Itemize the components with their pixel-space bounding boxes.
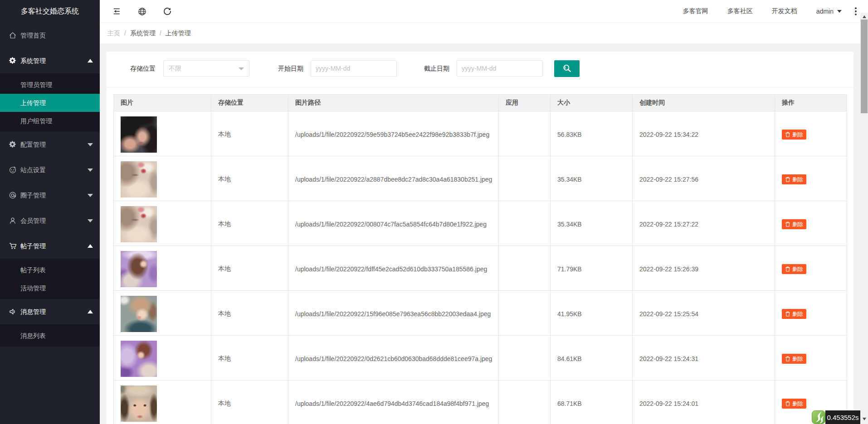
scrollbar-thumb[interactable] (861, 19, 868, 113)
more-menu-button[interactable] (851, 0, 860, 23)
gear-icon (9, 57, 16, 64)
refresh-icon (163, 7, 171, 15)
sidebar-item-2[interactable]: 配置管理 (0, 132, 100, 157)
cell-app (499, 156, 551, 201)
sidebar-subitem-label: 管理员管理 (20, 76, 52, 94)
sidebar-nav: 管理首页系统管理管理员管理上传管理用户组管理配置管理站点设置圈子管理会员管理帖子… (0, 23, 100, 347)
trash-icon (785, 266, 790, 272)
sidebar-item-label: 配置管理 (20, 132, 46, 157)
sidebar-item-label: 帖子管理 (20, 233, 46, 259)
col-header-path: 图片路径 (288, 95, 499, 111)
globe-button[interactable] (133, 0, 151, 23)
scrollbar-down-arrow[interactable] (860, 415, 868, 423)
storage-location-value: 不限 (169, 61, 181, 76)
cell-image (114, 201, 211, 246)
header-link-community[interactable]: 多客社区 (727, 7, 753, 15)
breadcrumb-system[interactable]: 系统管理 (130, 29, 156, 37)
sidebar-subitem-label: 上传管理 (20, 94, 46, 112)
sidebar-item-6[interactable]: 帖子管理 (0, 233, 100, 259)
cell-size: 56.83KB (551, 111, 633, 156)
breadcrumb-separator: / (160, 29, 161, 37)
refresh-button[interactable] (158, 0, 176, 23)
chevron-down-icon (88, 219, 93, 222)
cell-storage: 本地 (211, 246, 288, 291)
chevron-down-icon (88, 194, 93, 197)
cell-app (499, 381, 551, 424)
sidebar-item-5[interactable]: 会员管理 (0, 208, 100, 233)
end-date-input[interactable] (457, 60, 543, 77)
delete-button[interactable]: 删除 (782, 264, 806, 274)
select-caret-icon (239, 67, 244, 70)
sidebar-subitem-1-1[interactable]: 上传管理 (0, 94, 100, 112)
header-link-dev-docs[interactable]: 开发文档 (772, 7, 797, 15)
table-row: 本地/uploads/1/file/20220922/0d2621cb60d06… (114, 336, 847, 381)
sidebar-subitem-7-0[interactable]: 消息列表 (0, 327, 100, 345)
table-container: 图片 存储位置 图片路径 应用 大小 创建时间 操作 本地/uploads/1/… (107, 87, 853, 424)
thinkphp-logo-icon[interactable] (812, 410, 825, 424)
search-button[interactable] (554, 60, 580, 77)
col-header-image: 图片 (114, 95, 211, 111)
upload-thumbnail[interactable] (121, 296, 157, 332)
chevron-up-icon (88, 244, 93, 248)
cell-app (499, 291, 551, 336)
trash-icon (785, 311, 790, 317)
table-row: 本地/uploads/1/file/20220922/15f96e085e796… (114, 291, 847, 336)
upload-thumbnail[interactable] (121, 116, 157, 153)
header-link-official-site[interactable]: 多客官网 (683, 7, 708, 15)
trash-icon (785, 177, 790, 182)
col-header-size: 大小 (551, 95, 633, 111)
delete-button[interactable]: 删除 (782, 219, 806, 229)
cell-created: 2022-09-22 15:25:54 (633, 291, 775, 336)
sidebar-subitem-label: 消息列表 (20, 327, 46, 345)
upload-thumbnail[interactable] (121, 385, 157, 422)
sidebar-item-3[interactable]: 站点设置 (0, 157, 100, 183)
sidebar-item-0[interactable]: 管理首页 (0, 23, 100, 48)
user-menu[interactable]: admin (816, 8, 842, 15)
search-icon (563, 64, 571, 73)
breadcrumb-home[interactable]: 主页 (107, 29, 120, 37)
sidebar-item-1[interactable]: 系统管理 (0, 48, 100, 73)
table-row: 本地/uploads/1/file/20220922/008074c7fac5a… (114, 201, 847, 246)
start-date-input[interactable] (311, 60, 397, 77)
cell-image (114, 381, 211, 424)
sidebar-item-4[interactable]: 圈子管理 (0, 183, 100, 208)
col-header-actions: 操作 (775, 95, 847, 111)
cell-image (114, 291, 211, 336)
storage-location-label: 存储位置 (130, 60, 156, 77)
cell-size: 41.95KB (551, 291, 633, 336)
upload-thumbnail[interactable] (121, 341, 157, 377)
cell-image (114, 336, 211, 381)
cell-app (499, 111, 551, 156)
user-caret-icon (837, 10, 842, 13)
page-scrollbar[interactable] (860, 13, 868, 424)
storage-location-select[interactable]: 不限 (163, 60, 249, 77)
sidebar-subitem-6-1[interactable]: 活动管理 (0, 279, 100, 297)
sidebar-subitem-6-0[interactable]: 帖子列表 (0, 261, 100, 279)
sidebar-subitem-label: 帖子列表 (20, 261, 46, 279)
delete-button[interactable]: 删除 (782, 130, 806, 140)
chevron-down-icon (88, 169, 93, 172)
delete-button[interactable]: 删除 (782, 309, 806, 319)
end-date-label: 截止日期 (424, 60, 449, 77)
delete-button[interactable]: 删除 (782, 354, 806, 364)
cell-storage: 本地 (211, 111, 288, 156)
upload-thumbnail[interactable] (121, 161, 157, 198)
cell-path: /uploads/1/file/20220922/4ae6d794db4d374… (288, 381, 499, 424)
main-area: 多客官网 多客社区 开发文档 admin 主页 / 系统管理 / 上传管理 (100, 0, 860, 424)
sidebar-item-7[interactable]: 消息管理 (0, 299, 100, 324)
sidebar-subitem-1-0[interactable]: 管理员管理 (0, 76, 100, 94)
cell-created: 2022-09-22 15:27:22 (633, 201, 775, 246)
upload-thumbnail[interactable] (121, 206, 157, 242)
cell-path: /uploads/1/file/20220922/fdff45e2cad52d6… (288, 246, 499, 291)
delete-button[interactable]: 删除 (782, 399, 806, 409)
cell-size: 35.34KB (551, 156, 633, 201)
breadcrumb-separator: / (124, 29, 126, 37)
collapse-sidebar-button[interactable] (107, 0, 126, 23)
delete-button[interactable]: 删除 (782, 174, 806, 184)
sidebar-subitem-1-2[interactable]: 用户组管理 (0, 112, 100, 130)
at-icon (9, 192, 16, 199)
upload-thumbnail[interactable] (121, 251, 157, 287)
cell-created: 2022-09-22 15:24:01 (633, 381, 775, 424)
trace-time-badge[interactable]: 0.453552s (825, 410, 860, 424)
cell-storage: 本地 (211, 156, 288, 201)
